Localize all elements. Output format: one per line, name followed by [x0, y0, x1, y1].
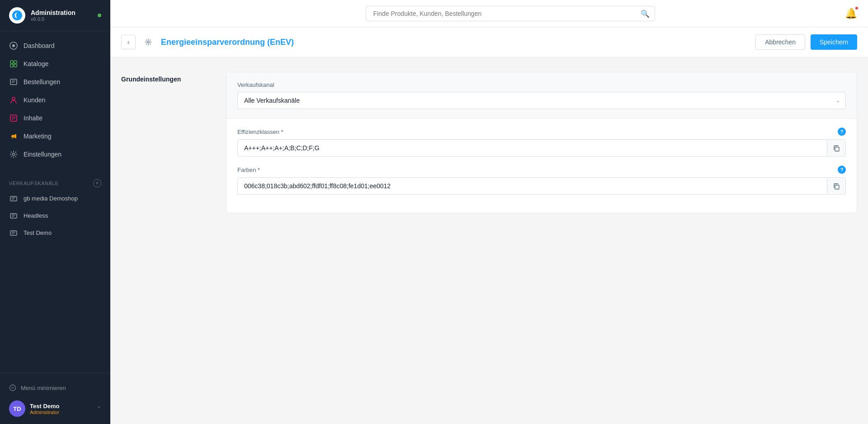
sidebar-item-einstellungen-label: Einstellungen	[24, 151, 61, 158]
effizienzklassen-label-row: Effizienzklassen * ?	[237, 128, 846, 136]
sidebar-item-inhalte-label: Inhalte	[24, 114, 42, 122]
topbar: 🔍 🔔	[110, 0, 868, 27]
effizienzklassen-input-wrapper	[237, 139, 846, 157]
settings-icon	[9, 150, 18, 159]
cancel-button[interactable]: Abbrechen	[755, 34, 805, 50]
headless-label: Headless	[24, 212, 48, 219]
page-header-actions: Abbrechen Speichern	[755, 34, 857, 50]
sidebar-item-kataloge[interactable]: Kataloge	[0, 55, 110, 73]
form-card: Verkaufskanal Alle Verkaufskanäle ⌄ Effi…	[226, 72, 857, 213]
marketing-icon	[9, 132, 18, 141]
svg-point-10	[12, 97, 15, 100]
user-section: TD Test Demo Administrator ⌃	[9, 400, 101, 417]
farben-label: Farben *	[237, 167, 260, 173]
user-chevron-icon[interactable]: ⌃	[97, 405, 101, 412]
sidebar-item-kataloge-label: Kataloge	[24, 60, 48, 67]
test-demo-channel-label: Test Demo	[24, 229, 52, 236]
topbar-right: 🔔	[845, 8, 857, 19]
sidebar: Administration v6.0.0 Dashboard	[0, 0, 110, 424]
sidebar-item-test-demo[interactable]: Test Demo	[0, 224, 110, 242]
user-initials: TD	[13, 405, 21, 412]
farben-help-icon[interactable]: ?	[838, 166, 846, 174]
svg-rect-17	[10, 196, 17, 201]
svg-rect-23	[10, 231, 17, 235]
sidebar-item-marketing[interactable]: Marketing	[0, 127, 110, 145]
sidebar-item-gb-media[interactable]: gb media Demoshop	[0, 190, 110, 207]
svg-rect-29	[835, 147, 839, 151]
svg-rect-30	[835, 185, 839, 189]
verkaufskanal-label: Verkaufskanal	[237, 81, 846, 88]
form-area: Grundeinstellungen Verkaufskanal Alle Ve…	[110, 57, 868, 228]
svg-rect-20	[10, 214, 17, 218]
verkaufskanaele-label: Verkaufskanäle	[9, 181, 59, 186]
svg-point-2	[12, 44, 15, 47]
add-channel-button[interactable]: +	[93, 179, 101, 187]
app-logo	[9, 7, 25, 24]
search-icon: 🔍	[641, 9, 650, 18]
page-settings-button[interactable]	[141, 35, 156, 49]
form-section-label: Grundeinstellungen	[121, 72, 212, 213]
sidebar-item-dashboard[interactable]: Dashboard	[0, 37, 110, 55]
customers-icon	[9, 95, 18, 105]
svg-point-0	[12, 10, 22, 20]
verkaufskanal-section: Verkaufskanal Alle Verkaufskanäle ⌄	[226, 72, 857, 119]
sidebar-item-bestellungen-label: Bestellungen	[24, 78, 60, 86]
svg-rect-7	[10, 79, 17, 85]
sidebar-item-marketing-label: Marketing	[24, 133, 51, 140]
sidebar-header: Administration v6.0.0	[0, 0, 110, 31]
app-name: Administration	[31, 9, 92, 17]
verkaufskanal-select-wrapper: Alle Verkaufskanäle ⌄	[237, 92, 846, 109]
app-info: Administration v6.0.0	[31, 9, 92, 22]
page-header: ‹ Energieeinsparverordnung (EnEV) Abbrec…	[110, 27, 868, 57]
sidebar-item-headless[interactable]: Headless	[0, 207, 110, 224]
user-info: Test Demo Administrator	[30, 403, 92, 415]
page-title: Energieeinsparverordnung (EnEV)	[161, 38, 294, 47]
search-bar: 🔍	[366, 6, 655, 21]
page-header-left: ‹ Energieeinsparverordnung (EnEV)	[121, 35, 294, 49]
effizienzklassen-help-icon[interactable]: ?	[838, 128, 846, 136]
status-dot	[98, 14, 101, 17]
user-role: Administrator	[30, 410, 92, 415]
farben-label-row: Farben * ?	[237, 166, 846, 174]
svg-rect-6	[14, 64, 17, 67]
orders-icon	[9, 77, 18, 86]
svg-point-16	[13, 153, 15, 156]
svg-point-28	[147, 41, 149, 43]
user-avatar: TD	[9, 400, 25, 417]
farben-copy-button[interactable]	[827, 178, 845, 193]
back-button[interactable]: ‹	[121, 35, 136, 49]
sidebar-item-bestellungen[interactable]: Bestellungen	[0, 73, 110, 91]
gb-media-label: gb media Demoshop	[24, 195, 78, 202]
sidebar-item-dashboard-label: Dashboard	[24, 42, 55, 49]
notification-badge	[854, 6, 859, 10]
main-area: 🔍 🔔 ‹ Energieeinsparverordnung (EnEV)	[110, 0, 868, 424]
gb-media-icon	[9, 194, 18, 203]
verkaufskanal-select[interactable]: Alle Verkaufskanäle	[237, 92, 846, 109]
form-card-body: Effizienzklassen * ?	[226, 119, 857, 213]
sidebar-item-kunden-label: Kunden	[24, 96, 45, 104]
search-input[interactable]	[366, 6, 655, 21]
test-demo-icon	[9, 229, 18, 238]
sidebar-item-einstellungen[interactable]: Einstellungen	[0, 145, 110, 163]
sidebar-item-inhalte[interactable]: Inhalte	[0, 109, 110, 127]
farben-input[interactable]	[238, 178, 827, 194]
effizienzklassen-input[interactable]	[238, 140, 827, 156]
content-icon	[9, 114, 18, 123]
sidebar-item-kunden[interactable]: Kunden	[0, 91, 110, 109]
svg-rect-3	[10, 61, 13, 63]
minimize-menu-button[interactable]: Menü minimieren	[9, 381, 101, 395]
farben-input-wrapper	[237, 177, 846, 195]
app-version: v6.0.0	[31, 16, 92, 22]
minimize-label: Menü minimieren	[21, 385, 66, 391]
verkaufskanaele-section: Verkaufskanäle +	[0, 174, 110, 190]
effizienzklassen-label: Effizienzklassen *	[237, 129, 283, 135]
headless-icon	[9, 211, 18, 220]
effizienzklassen-field-row: Effizienzklassen * ?	[237, 128, 846, 157]
farben-field-row: Farben * ?	[237, 166, 846, 195]
svg-rect-5	[10, 64, 13, 67]
notification-bell[interactable]: 🔔	[845, 8, 857, 19]
effizienzklassen-copy-button[interactable]	[827, 140, 845, 155]
catalog-icon	[9, 59, 18, 68]
save-button[interactable]: Speichern	[811, 34, 857, 50]
sidebar-nav: Dashboard Kataloge	[0, 31, 110, 174]
